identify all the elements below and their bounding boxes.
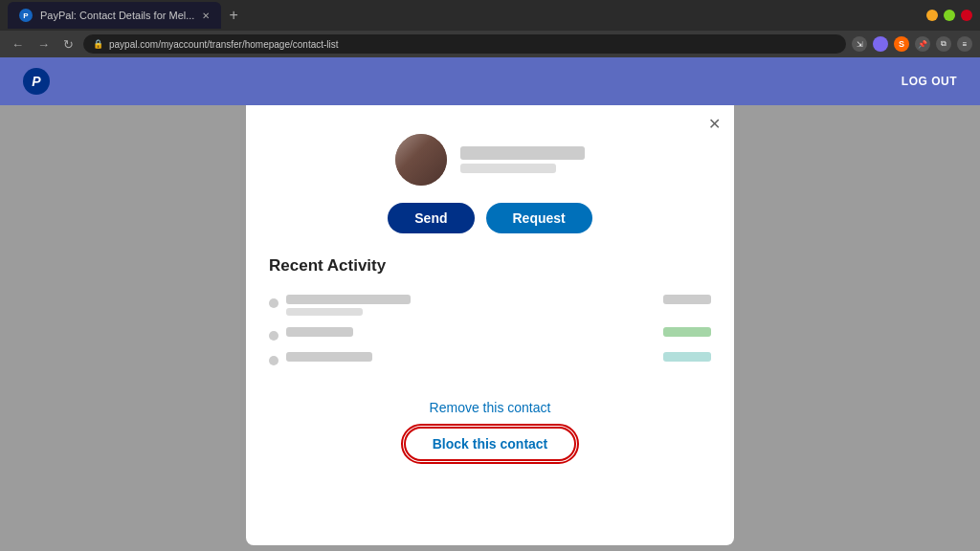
tab-favicon: P xyxy=(19,9,33,22)
activity-text xyxy=(286,295,411,316)
profile-icon[interactable] xyxy=(873,36,888,52)
browser-toolbar: ⇲ S 📌 ⧉ ≡ xyxy=(852,36,972,52)
activity-name xyxy=(286,327,353,337)
back-button[interactable]: ← xyxy=(8,35,28,54)
contact-detail-modal: ✕ Send Request Recent Activity xyxy=(246,105,734,545)
activity-icon xyxy=(269,356,278,365)
request-button[interactable]: Request xyxy=(486,203,592,233)
cast-icon[interactable]: ⇲ xyxy=(852,36,867,52)
paypal-header: P LOG OUT xyxy=(0,57,980,105)
avatar xyxy=(395,134,447,186)
activity-icon xyxy=(269,331,278,341)
activity-icon xyxy=(269,298,278,308)
activity-amount xyxy=(663,327,711,337)
address-bar[interactable]: 🔒 paypal.com/myaccount/transfer/homepage… xyxy=(83,34,846,54)
active-tab[interactable]: P PayPal: Contact Details for Mel... ✕ xyxy=(8,2,221,29)
maximize-button[interactable] xyxy=(944,10,955,21)
extensions-icon[interactable]: ⧉ xyxy=(936,36,951,52)
contact-name xyxy=(460,146,585,160)
tab-close-icon[interactable]: ✕ xyxy=(202,11,210,21)
contact-email xyxy=(460,164,556,173)
modal-close-button[interactable]: ✕ xyxy=(708,115,721,133)
forward-button[interactable]: → xyxy=(33,35,54,54)
activity-row xyxy=(269,346,711,371)
activity-text xyxy=(286,327,353,337)
bottom-links: Remove this contact Block this contact xyxy=(404,400,577,461)
contact-section xyxy=(269,134,711,186)
close-window-button[interactable] xyxy=(961,10,972,21)
page-content: ✕ Send Request Recent Activity xyxy=(0,105,980,551)
send-button[interactable]: Send xyxy=(388,203,474,233)
block-contact-button[interactable]: Block this contact xyxy=(404,427,577,461)
lock-icon: 🔒 xyxy=(93,39,103,49)
activity-row-left xyxy=(269,327,353,341)
paypal-logo: P xyxy=(23,68,50,95)
recent-activity-section: Recent Activity xyxy=(269,256,711,371)
menu-icon[interactable]: ≡ xyxy=(957,36,972,52)
window-controls xyxy=(926,10,972,21)
reload-button[interactable]: ↻ xyxy=(59,35,78,54)
activity-text xyxy=(286,352,372,362)
url-text: paypal.com/myaccount/transfer/homepage/c… xyxy=(109,39,339,50)
activity-amount xyxy=(663,352,711,362)
logout-button[interactable]: LOG OUT xyxy=(902,75,957,88)
new-tab-button[interactable]: + xyxy=(221,7,245,24)
avatar-image xyxy=(395,134,447,186)
browser-title-bar: P PayPal: Contact Details for Mel... ✕ + xyxy=(0,0,980,31)
activity-sub xyxy=(286,308,363,316)
activity-row xyxy=(269,289,711,321)
activity-name xyxy=(286,295,411,304)
activity-row-left xyxy=(269,352,372,365)
page: P LOG OUT ✕ Send Request xyxy=(0,57,980,551)
tab-title: PayPal: Contact Details for Mel... xyxy=(40,10,194,21)
tab-bar: P PayPal: Contact Details for Mel... ✕ + xyxy=(8,0,921,31)
activity-amount xyxy=(663,295,711,304)
activity-name xyxy=(286,352,372,362)
sync-icon[interactable]: S xyxy=(894,36,909,52)
address-bar-row: ← → ↻ 🔒 paypal.com/myaccount/transfer/ho… xyxy=(0,31,980,57)
recent-activity-title: Recent Activity xyxy=(269,256,711,276)
activity-row-left xyxy=(269,295,411,316)
remove-contact-link[interactable]: Remove this contact xyxy=(430,400,551,415)
action-buttons: Send Request xyxy=(388,203,591,233)
minimize-button[interactable] xyxy=(926,10,938,21)
pin-icon[interactable]: 📌 xyxy=(915,36,930,52)
activity-row xyxy=(269,321,711,346)
contact-info xyxy=(460,146,585,173)
